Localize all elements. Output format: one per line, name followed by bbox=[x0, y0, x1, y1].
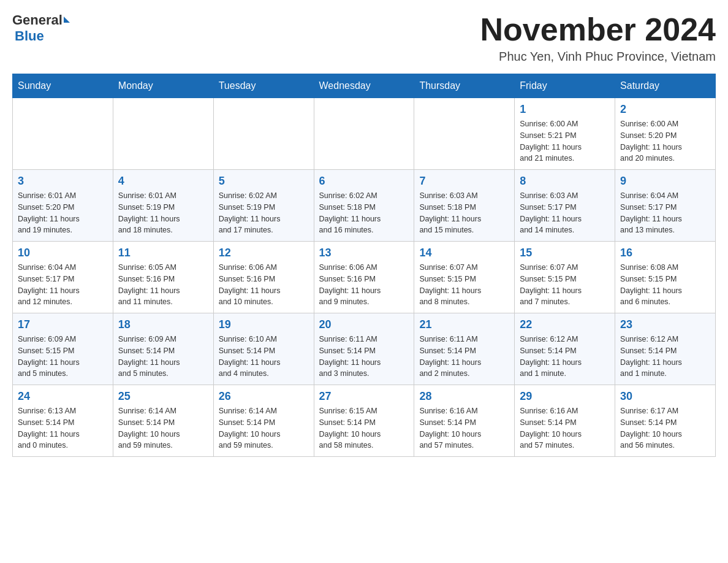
day-info: Sunrise: 6:10 AM Sunset: 5:14 PM Dayligh… bbox=[219, 334, 309, 380]
calendar-week-row: 3Sunrise: 6:01 AM Sunset: 5:20 PM Daylig… bbox=[13, 170, 716, 242]
calendar-cell: 3Sunrise: 6:01 AM Sunset: 5:20 PM Daylig… bbox=[13, 170, 113, 242]
day-number: 11 bbox=[118, 247, 208, 259]
calendar-cell: 16Sunrise: 6:08 AM Sunset: 5:15 PM Dayli… bbox=[615, 242, 716, 313]
day-number: 12 bbox=[219, 247, 309, 259]
month-title: November 2024 bbox=[480, 12, 716, 47]
calendar-col-thursday: Thursday bbox=[414, 74, 515, 98]
calendar-cell: 11Sunrise: 6:05 AM Sunset: 5:16 PM Dayli… bbox=[113, 242, 213, 313]
calendar-cell: 26Sunrise: 6:14 AM Sunset: 5:14 PM Dayli… bbox=[213, 385, 314, 457]
calendar-header-row: SundayMondayTuesdayWednesdayThursdayFrid… bbox=[13, 74, 716, 98]
calendar-cell: 24Sunrise: 6:13 AM Sunset: 5:14 PM Dayli… bbox=[13, 385, 113, 457]
day-info: Sunrise: 6:06 AM Sunset: 5:16 PM Dayligh… bbox=[219, 262, 309, 308]
day-info: Sunrise: 6:04 AM Sunset: 5:17 PM Dayligh… bbox=[620, 190, 710, 236]
day-info: Sunrise: 6:12 AM Sunset: 5:14 PM Dayligh… bbox=[620, 334, 710, 380]
calendar-week-row: 1Sunrise: 6:00 AM Sunset: 5:21 PM Daylig… bbox=[13, 98, 716, 170]
day-info: Sunrise: 6:03 AM Sunset: 5:17 PM Dayligh… bbox=[520, 190, 610, 236]
calendar-cell: 23Sunrise: 6:12 AM Sunset: 5:14 PM Dayli… bbox=[615, 313, 716, 385]
day-number: 21 bbox=[419, 318, 509, 331]
day-info: Sunrise: 6:12 AM Sunset: 5:14 PM Dayligh… bbox=[520, 334, 610, 380]
calendar-cell: 21Sunrise: 6:11 AM Sunset: 5:14 PM Dayli… bbox=[414, 313, 515, 385]
day-info: Sunrise: 6:06 AM Sunset: 5:16 PM Dayligh… bbox=[319, 262, 409, 308]
day-number: 4 bbox=[118, 175, 208, 188]
day-info: Sunrise: 6:16 AM Sunset: 5:14 PM Dayligh… bbox=[419, 405, 509, 451]
calendar-cell: 25Sunrise: 6:14 AM Sunset: 5:14 PM Dayli… bbox=[113, 385, 213, 457]
day-number: 25 bbox=[118, 390, 208, 403]
calendar-col-monday: Monday bbox=[113, 74, 213, 98]
calendar-cell: 12Sunrise: 6:06 AM Sunset: 5:16 PM Dayli… bbox=[213, 242, 314, 313]
day-number: 23 bbox=[620, 318, 710, 331]
calendar-cell: 10Sunrise: 6:04 AM Sunset: 5:17 PM Dayli… bbox=[13, 242, 113, 313]
day-info: Sunrise: 6:14 AM Sunset: 5:14 PM Dayligh… bbox=[118, 405, 208, 451]
page-header: General Blue November 2024 Phuc Yen, Vin… bbox=[12, 12, 716, 64]
day-number: 2 bbox=[620, 103, 710, 116]
day-info: Sunrise: 6:00 AM Sunset: 5:21 PM Dayligh… bbox=[520, 118, 610, 164]
calendar-cell: 30Sunrise: 6:17 AM Sunset: 5:14 PM Dayli… bbox=[615, 385, 716, 457]
calendar-cell: 28Sunrise: 6:16 AM Sunset: 5:14 PM Dayli… bbox=[414, 385, 515, 457]
day-info: Sunrise: 6:04 AM Sunset: 5:17 PM Dayligh… bbox=[18, 262, 108, 308]
day-number: 3 bbox=[18, 175, 108, 188]
calendar-cell bbox=[213, 98, 314, 170]
calendar-cell: 4Sunrise: 6:01 AM Sunset: 5:19 PM Daylig… bbox=[113, 170, 213, 242]
calendar-col-friday: Friday bbox=[515, 74, 615, 98]
day-info: Sunrise: 6:16 AM Sunset: 5:14 PM Dayligh… bbox=[520, 405, 610, 451]
calendar-cell: 29Sunrise: 6:16 AM Sunset: 5:14 PM Dayli… bbox=[515, 385, 615, 457]
calendar-week-row: 10Sunrise: 6:04 AM Sunset: 5:17 PM Dayli… bbox=[13, 242, 716, 313]
day-number: 30 bbox=[620, 390, 710, 403]
day-number: 18 bbox=[118, 318, 208, 331]
calendar-cell: 19Sunrise: 6:10 AM Sunset: 5:14 PM Dayli… bbox=[213, 313, 314, 385]
day-number: 6 bbox=[319, 175, 409, 188]
calendar-cell: 5Sunrise: 6:02 AM Sunset: 5:19 PM Daylig… bbox=[213, 170, 314, 242]
day-info: Sunrise: 6:08 AM Sunset: 5:15 PM Dayligh… bbox=[620, 262, 710, 308]
calendar-cell bbox=[414, 98, 515, 170]
calendar-cell: 17Sunrise: 6:09 AM Sunset: 5:15 PM Dayli… bbox=[13, 313, 113, 385]
calendar-cell: 22Sunrise: 6:12 AM Sunset: 5:14 PM Dayli… bbox=[515, 313, 615, 385]
day-info: Sunrise: 6:00 AM Sunset: 5:20 PM Dayligh… bbox=[620, 118, 710, 164]
day-number: 10 bbox=[18, 247, 108, 259]
day-number: 17 bbox=[18, 318, 108, 331]
logo-general-text: General bbox=[12, 12, 63, 28]
day-number: 15 bbox=[520, 247, 610, 259]
day-number: 5 bbox=[219, 175, 309, 188]
day-number: 27 bbox=[319, 390, 409, 403]
day-info: Sunrise: 6:01 AM Sunset: 5:20 PM Dayligh… bbox=[18, 190, 108, 236]
day-number: 9 bbox=[620, 175, 710, 188]
day-number: 28 bbox=[419, 390, 509, 403]
logo-blue-text: Blue bbox=[15, 28, 44, 44]
calendar-cell: 7Sunrise: 6:03 AM Sunset: 5:18 PM Daylig… bbox=[414, 170, 515, 242]
day-info: Sunrise: 6:02 AM Sunset: 5:18 PM Dayligh… bbox=[319, 190, 409, 236]
calendar-cell: 27Sunrise: 6:15 AM Sunset: 5:14 PM Dayli… bbox=[314, 385, 414, 457]
calendar-cell: 13Sunrise: 6:06 AM Sunset: 5:16 PM Dayli… bbox=[314, 242, 414, 313]
day-info: Sunrise: 6:17 AM Sunset: 5:14 PM Dayligh… bbox=[620, 405, 710, 451]
calendar-cell bbox=[113, 98, 213, 170]
day-info: Sunrise: 6:02 AM Sunset: 5:19 PM Dayligh… bbox=[219, 190, 309, 236]
day-info: Sunrise: 6:15 AM Sunset: 5:14 PM Dayligh… bbox=[319, 405, 409, 451]
calendar-col-sunday: Sunday bbox=[13, 74, 113, 98]
day-number: 19 bbox=[219, 318, 309, 331]
day-info: Sunrise: 6:01 AM Sunset: 5:19 PM Dayligh… bbox=[118, 190, 208, 236]
calendar-cell: 6Sunrise: 6:02 AM Sunset: 5:18 PM Daylig… bbox=[314, 170, 414, 242]
day-number: 16 bbox=[620, 247, 710, 259]
day-info: Sunrise: 6:11 AM Sunset: 5:14 PM Dayligh… bbox=[319, 334, 409, 380]
day-info: Sunrise: 6:11 AM Sunset: 5:14 PM Dayligh… bbox=[419, 334, 509, 380]
calendar-week-row: 17Sunrise: 6:09 AM Sunset: 5:15 PM Dayli… bbox=[13, 313, 716, 385]
calendar-cell bbox=[13, 98, 113, 170]
day-info: Sunrise: 6:09 AM Sunset: 5:14 PM Dayligh… bbox=[118, 334, 208, 380]
day-number: 7 bbox=[419, 175, 509, 188]
calendar-week-row: 24Sunrise: 6:13 AM Sunset: 5:14 PM Dayli… bbox=[13, 385, 716, 457]
day-number: 22 bbox=[520, 318, 610, 331]
day-info: Sunrise: 6:07 AM Sunset: 5:15 PM Dayligh… bbox=[419, 262, 509, 308]
calendar-col-tuesday: Tuesday bbox=[213, 74, 314, 98]
logo-triangle-icon bbox=[64, 17, 70, 23]
calendar-cell: 1Sunrise: 6:00 AM Sunset: 5:21 PM Daylig… bbox=[515, 98, 615, 170]
day-info: Sunrise: 6:07 AM Sunset: 5:15 PM Dayligh… bbox=[520, 262, 610, 308]
day-number: 24 bbox=[18, 390, 108, 403]
day-info: Sunrise: 6:13 AM Sunset: 5:14 PM Dayligh… bbox=[18, 405, 108, 451]
day-number: 20 bbox=[319, 318, 409, 331]
day-info: Sunrise: 6:03 AM Sunset: 5:18 PM Dayligh… bbox=[419, 190, 509, 236]
calendar-col-wednesday: Wednesday bbox=[314, 74, 414, 98]
calendar-cell: 15Sunrise: 6:07 AM Sunset: 5:15 PM Dayli… bbox=[515, 242, 615, 313]
location-subtitle: Phuc Yen, Vinh Phuc Province, Vietnam bbox=[480, 50, 716, 64]
day-number: 8 bbox=[520, 175, 610, 188]
day-number: 13 bbox=[319, 247, 409, 259]
calendar-cell: 8Sunrise: 6:03 AM Sunset: 5:17 PM Daylig… bbox=[515, 170, 615, 242]
